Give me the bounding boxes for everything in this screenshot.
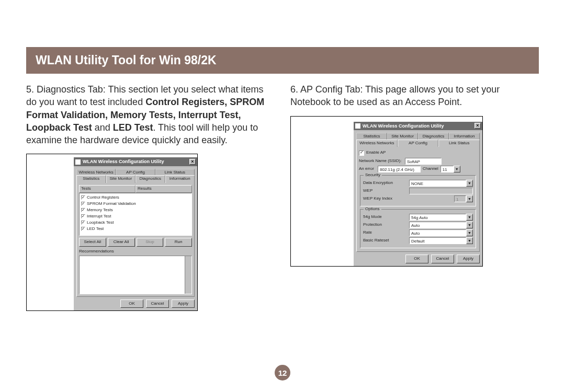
- ssid-label: Network Name (SSID):: [359, 158, 405, 164]
- right-column: 6. AP Config Tab: This page allows you t…: [290, 83, 539, 311]
- chevron-down-icon[interactable]: ▼: [454, 166, 460, 172]
- apply-button[interactable]: Apply: [457, 255, 480, 263]
- tab-diagnostics[interactable]: Diagnostics: [418, 133, 449, 140]
- chevron-down-icon[interactable]: ▼: [466, 229, 473, 236]
- mode-54g-label: 54g Mode: [363, 214, 409, 220]
- tab-site-monitor[interactable]: Site Monitor: [387, 133, 418, 140]
- test-item: Memory Tests: [87, 207, 113, 213]
- cancel-button[interactable]: Cancel: [431, 255, 454, 263]
- tab-wireless-networks[interactable]: Wireless Networks: [356, 140, 398, 147]
- tab-link-status[interactable]: Link Status: [438, 140, 480, 147]
- tab-information[interactable]: Information: [449, 133, 480, 140]
- stop-button[interactable]: Stop: [137, 238, 164, 247]
- tab-ap-config[interactable]: AP Config: [398, 140, 439, 147]
- cancel-button[interactable]: Cancel: [146, 299, 169, 308]
- app-icon: [75, 159, 81, 165]
- ssid-input[interactable]: SoftAP: [405, 158, 442, 165]
- rate-select[interactable]: Auto: [409, 229, 466, 236]
- col-results: Results: [135, 185, 192, 193]
- checkbox-icon[interactable]: [81, 202, 85, 206]
- text-5-mid: and: [92, 122, 113, 133]
- checkbox-icon[interactable]: [81, 214, 85, 218]
- tab-statistics[interactable]: Statistics: [76, 175, 106, 183]
- chevron-down-icon[interactable]: ▼: [466, 214, 473, 221]
- clear-all-button[interactable]: Clear All: [108, 238, 135, 247]
- recommendations-label: Recommendations: [79, 249, 192, 255]
- ok-button[interactable]: OK: [120, 299, 143, 308]
- chevron-down-icon[interactable]: ▼: [466, 222, 473, 228]
- row2-label: An error: [359, 166, 378, 172]
- select-all-button[interactable]: Select All: [79, 238, 106, 247]
- basic-rateset-label: Basic Rateset: [363, 238, 409, 244]
- dialog-titlebar[interactable]: WLAN Wireless Configuration Utility ×: [354, 122, 482, 130]
- tab-statistics[interactable]: Statistics: [356, 133, 387, 140]
- channel-select[interactable]: 11: [440, 166, 454, 172]
- wep-input: [409, 188, 473, 194]
- checkbox-icon[interactable]: [81, 208, 85, 212]
- app-icon: [355, 123, 360, 129]
- close-icon[interactable]: ×: [189, 159, 196, 165]
- protection-label: Protection: [363, 222, 409, 228]
- chevron-down-icon[interactable]: ▼: [466, 180, 473, 187]
- test-item: SPROM Format Validation: [87, 201, 136, 207]
- encryption-select[interactable]: NONE: [409, 180, 466, 187]
- enable-ap-label: Enable AP: [366, 150, 386, 156]
- dialog-title: WLAN Wireless Configuration Utility: [83, 158, 164, 165]
- basic-rateset-select[interactable]: Default: [409, 237, 466, 244]
- text-5-bold2: LED Test: [113, 122, 153, 133]
- test-item: Interrupt Test: [87, 213, 111, 220]
- options-legend: Options: [364, 206, 381, 212]
- tab-ap-config[interactable]: AP Config: [116, 169, 155, 176]
- test-item: Loopback Test: [87, 220, 114, 226]
- tab-wireless-networks[interactable]: Wireless Networks: [76, 169, 116, 176]
- wep-label: WEP: [363, 188, 409, 194]
- left-column: 5. Diagnostics Tab: This section let you…: [26, 83, 275, 311]
- wep-key-index-label: WEP Key Index: [363, 196, 409, 202]
- wep-key-index-select: 1: [454, 195, 466, 202]
- tab-link-status[interactable]: Link Status: [155, 169, 195, 176]
- options-group: Options 54g Mode 54g Auto▼ Protection Au…: [360, 209, 476, 248]
- checkbox-icon[interactable]: [81, 221, 85, 225]
- run-button[interactable]: Run: [165, 238, 192, 247]
- security-group: Security Data Encryption NONE▼ WEP: [360, 175, 476, 206]
- dialog-title: WLAN Wireless Configuration Utility: [363, 123, 444, 129]
- tab-diagnostics[interactable]: Diagnostics: [135, 175, 165, 183]
- encryption-label: Data Encryption: [363, 180, 409, 186]
- item-number-5: 5.: [26, 84, 34, 95]
- recommendations-box[interactable]: [79, 256, 192, 294]
- tests-list[interactable]: Control Registers SPROM Format Validatio…: [79, 193, 192, 236]
- rate-label: Rate: [363, 230, 409, 236]
- protection-select[interactable]: Auto: [409, 222, 466, 228]
- col-tests: Tests: [79, 185, 135, 193]
- channel-label: Channel: [423, 166, 438, 172]
- mode-input[interactable]: 802.11g (2.4 GHz): [378, 166, 421, 172]
- chevron-down-icon[interactable]: ▼: [466, 237, 473, 244]
- page-number-badge: 12: [275, 365, 290, 381]
- tab-site-monitor[interactable]: Site Monitor: [106, 175, 136, 183]
- security-legend: Security: [364, 172, 382, 178]
- test-item: Control Registers: [87, 194, 119, 201]
- mode-54g-select[interactable]: 54g Auto: [409, 214, 466, 221]
- text-6: AP Config Tab: This page allows you to s…: [290, 84, 500, 107]
- enable-ap-checkbox[interactable]: [359, 151, 364, 156]
- test-item: LED Test: [87, 226, 104, 232]
- dialog-titlebar[interactable]: WLAN Wireless Configuration Utility ×: [74, 157, 197, 166]
- tab-information[interactable]: Information: [165, 175, 195, 183]
- diagnostics-dialog: WLAN Wireless Configuration Utility × Wi…: [26, 154, 198, 311]
- item-number-6: 6.: [290, 84, 298, 95]
- close-icon[interactable]: ×: [474, 123, 481, 129]
- chevron-down-icon: ▼: [466, 195, 473, 202]
- apply-button[interactable]: Apply: [172, 299, 195, 308]
- ap-config-dialog: WLAN Wireless Configuration Utility × St…: [290, 116, 483, 267]
- checkbox-icon[interactable]: [81, 227, 85, 231]
- page-title: WLAN Utility Tool for Win 98/2K: [26, 47, 539, 74]
- ok-button[interactable]: OK: [405, 255, 428, 263]
- checkbox-icon[interactable]: [81, 195, 85, 200]
